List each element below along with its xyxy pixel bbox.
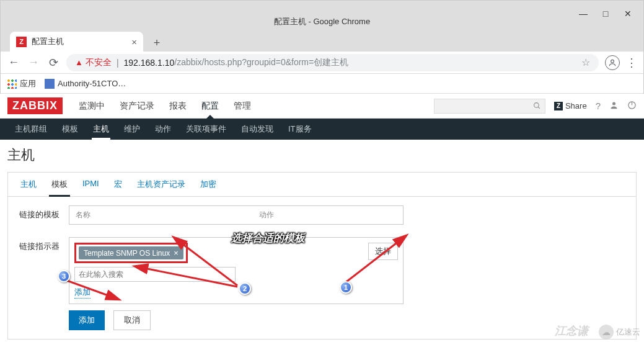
cloud-icon: ☁ [599, 325, 614, 340]
insecure-label: 不安全 [86, 57, 112, 68]
url-box[interactable]: ▲ 不安全 | 192.168.1.10/zabbix/hosts.php?gr… [66, 54, 599, 71]
form-tab-IPMI[interactable]: IPMI [75, 173, 107, 196]
share-badge-icon: Z [554, 102, 563, 110]
annotation-badge-2: 2 [239, 282, 251, 295]
window-controls: — □ ✕ [579, 9, 643, 18]
browser-tab-strip: Z 配置主机 × + [0, 29, 644, 52]
signature-watermark: 江念谦 [555, 323, 588, 338]
col-action-header: 动作 [253, 206, 404, 225]
cancel-button[interactable]: 取消 [113, 310, 151, 330]
url-path: /zabbix/hosts.php?groupid=0&form=创建主机 [174, 57, 348, 68]
svg-point-3 [612, 102, 615, 105]
url-host: 192.168.1.10 [124, 58, 175, 68]
browser-tab-title: 配置主机 [32, 36, 64, 47]
template-tab-panel: 链接的模板 名称 动作 链接指示器 T [8, 197, 636, 339]
close-tab-button[interactable]: × [131, 37, 137, 47]
user-icon [608, 58, 617, 67]
minimize-button[interactable]: — [579, 9, 588, 18]
linked-templates-label: 链接的模板 [19, 205, 69, 225]
host-form-card: 主机模板IPMI宏主机资产记录加密 链接的模板 名称 动作 链接指示器 [7, 172, 637, 340]
annotation-badge-1: 1 [340, 281, 352, 294]
link-indicator-row: 链接指示器 Template SNMP OS Linux × 选择 添加 [19, 237, 625, 304]
logout-button[interactable] [627, 101, 637, 112]
user-icon [609, 101, 619, 110]
user-profile-button[interactable] [609, 101, 619, 112]
power-icon [627, 101, 637, 110]
link-indicator-box: Template SNMP OS Linux × 选择 添加 [69, 237, 404, 304]
add-template-link[interactable]: 添加 [74, 287, 90, 299]
form-tab-主机[interactable]: 主机 [13, 173, 44, 196]
nav-forward-button[interactable]: → [27, 56, 40, 70]
help-button[interactable]: ? [596, 101, 601, 111]
svg-point-0 [611, 60, 614, 63]
sub-menu-动作[interactable]: 动作 [148, 119, 179, 140]
submit-add-button[interactable]: 添加 [69, 310, 105, 330]
new-tab-button[interactable]: + [148, 34, 165, 52]
select-template-button[interactable]: 选择 [368, 243, 398, 260]
window-title-bar: 配置主机 - Google Chrome — □ ✕ [0, 0, 644, 29]
form-tab-加密[interactable]: 加密 [193, 173, 224, 196]
zabbix-share-link[interactable]: Z Share [554, 101, 587, 110]
brand-watermark-text: 亿速云 [616, 326, 640, 338]
col-name-header: 名称 [69, 206, 253, 225]
linked-templates-row: 链接的模板 名称 动作 [19, 205, 625, 225]
apps-shortcut[interactable]: 应用 [7, 78, 36, 89]
sub-menu-主机群组[interactable]: 主机群组 [7, 119, 55, 140]
template-tag-highlight: Template SNMP OS Linux × [74, 243, 188, 263]
template-search-input[interactable] [74, 267, 236, 282]
top-menu-资产记录[interactable]: 资产记录 [112, 94, 162, 118]
nav-reload-button[interactable]: ⟳ [46, 56, 60, 70]
bookmark-star-icon[interactable]: ☆ [581, 56, 590, 68]
url-separator: | [117, 58, 119, 68]
bookmark-label: Authority-51CTO… [58, 79, 126, 88]
apps-grid-icon [7, 79, 17, 89]
form-tab-模板[interactable]: 模板 [44, 173, 75, 196]
top-menu-监测中[interactable]: 监测中 [71, 94, 112, 118]
top-menu-管理[interactable]: 管理 [226, 94, 258, 118]
zabbix-top-right: Z Share ? [434, 99, 637, 114]
warning-icon: ▲ [75, 58, 83, 67]
zabbix-logo[interactable]: ZABBIX [7, 97, 63, 114]
bookmark-item[interactable]: Authority-51CTO… [45, 79, 126, 89]
template-tag-label: Template SNMP OS Linux [84, 249, 170, 258]
form-tab-主机资产记录[interactable]: 主机资产记录 [130, 173, 193, 196]
sub-menu-维护[interactable]: 维护 [117, 119, 148, 140]
browser-tab[interactable]: Z 配置主机 × [10, 32, 143, 52]
brand-watermark: ☁ 亿速云 [599, 325, 640, 340]
top-menu-配置[interactable]: 配置 [194, 94, 226, 118]
tab-favicon: Z [16, 37, 27, 47]
bookmark-favicon [45, 79, 55, 89]
insecure-indicator: ▲ 不安全 [75, 57, 112, 68]
maximize-button[interactable]: □ [601, 9, 610, 18]
close-window-button[interactable]: ✕ [624, 9, 632, 18]
window-title: 配置主机 - Google Chrome [274, 16, 370, 27]
linked-templates-table: 名称 动作 [69, 205, 404, 225]
zabbix-top-bar: ZABBIX 监测中资产记录报表配置管理 Z Share ? [0, 94, 644, 119]
page-title: 主机 [7, 146, 637, 164]
top-menu-报表[interactable]: 报表 [162, 94, 194, 118]
zabbix-sub-menu: 主机群组模板主机维护动作关联项事件自动发现IT服务 [0, 119, 644, 140]
zabbix-search-input[interactable] [434, 99, 545, 114]
sub-menu-模板[interactable]: 模板 [55, 119, 86, 140]
browser-menu-button[interactable]: ⋮ [626, 56, 637, 70]
form-tab-宏[interactable]: 宏 [107, 173, 130, 196]
browser-address-bar: ← → ⟳ ▲ 不安全 | 192.168.1.10/zabbix/hosts.… [0, 52, 644, 74]
zabbix-page-body: 主机 主机模板IPMI宏主机资产记录加密 链接的模板 名称 动作 链接指示器 [0, 140, 644, 342]
annotation-hint-text: 选择合适的模板 [231, 231, 305, 245]
annotation-badge-3: 3 [58, 270, 70, 282]
apps-label: 应用 [20, 78, 36, 89]
sub-menu-自动发现[interactable]: 自动发现 [234, 119, 281, 140]
zabbix-top-menu: 监测中资产记录报表配置管理 [71, 94, 258, 118]
nav-back-button[interactable]: ← [7, 56, 20, 70]
profile-avatar-button[interactable] [605, 55, 620, 70]
svg-point-1 [534, 103, 539, 108]
share-label: Share [565, 101, 587, 110]
sub-menu-IT服务[interactable]: IT服务 [281, 119, 319, 140]
host-form-tabs: 主机模板IPMI宏主机资产记录加密 [8, 173, 636, 197]
bookmark-bar: 应用 Authority-51CTO… [0, 74, 644, 94]
remove-template-button[interactable]: × [174, 248, 179, 258]
search-icon [533, 102, 541, 110]
sub-menu-关联项事件[interactable]: 关联项事件 [179, 119, 234, 140]
template-tag[interactable]: Template SNMP OS Linux × [79, 246, 183, 259]
sub-menu-主机[interactable]: 主机 [86, 119, 117, 140]
